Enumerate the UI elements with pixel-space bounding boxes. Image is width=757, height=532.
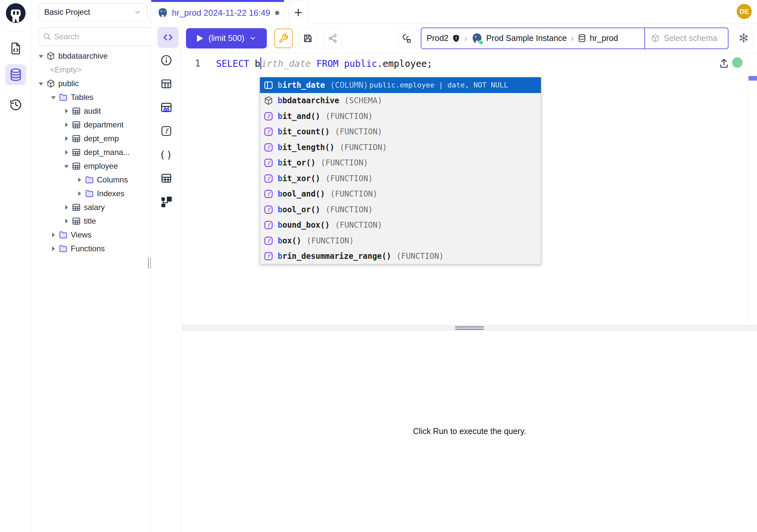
tree-item-audit[interactable]: audit [31,104,150,118]
database-nav-button[interactable] [5,64,26,85]
caret-down-icon[interactable] [39,54,43,58]
autocomplete-item-bit-or[interactable]: f bit_or() (FUNCTION) [260,155,541,171]
function-icon: f [161,125,172,137]
function-icon: f [263,220,274,230]
autocomplete-item-bit-xor[interactable]: f bit_xor() (FUNCTION) [260,171,541,186]
function-icon: f [263,251,274,262]
schema-select[interactable]: Select schema [644,28,728,48]
function-icon: f [263,158,274,168]
autocomplete-item-bit-length[interactable]: f bit_length() (FUNCTION) [260,140,541,155]
tree-item-dept-emp[interactable]: dept_emp [31,132,150,145]
share-button[interactable] [323,28,342,48]
tree-item-public[interactable]: public [31,77,150,90]
function-icon: f [263,126,274,137]
autocomplete-item-birth-date[interactable]: birth_date (COLUMN) public.employee | da… [260,77,541,93]
autocomplete-item-bit-and[interactable]: f bit_and() (FUNCTION) [260,109,541,124]
svg-text:f: f [267,253,271,260]
caret-right-icon[interactable] [64,109,69,113]
caret-right-icon[interactable] [51,233,56,237]
new-tab-button[interactable]: + [288,1,308,24]
panel-splitter[interactable] [182,325,757,330]
tree-item-title[interactable]: title [31,214,150,228]
parentheses-icon: () [160,149,173,161]
batch-mode-button[interactable] [398,28,414,48]
caret-right-icon[interactable] [77,177,82,182]
project-select[interactable]: Basic Project [39,3,147,21]
autocomplete-item-bound-box[interactable]: f bound_box() (FUNCTION) [260,218,541,233]
autocomplete-item-bool-or[interactable]: f bool_or() (FUNCTION) [260,202,541,218]
tree-item-department[interactable]: department [31,118,150,132]
openai-icon: ✻ [739,31,748,45]
tree-item-dept-manager[interactable]: dept_mana... [31,145,150,159]
bytebase-logo[interactable] [5,3,26,24]
caret-right-icon[interactable] [64,150,69,155]
tree-item-indexes[interactable]: Indexes [31,187,150,201]
table-panel-button[interactable] [159,77,173,91]
upload-icon[interactable] [718,58,730,69]
instance-name: Prod Sample Instance [486,33,567,43]
save-button[interactable] [299,28,317,48]
caret-right-icon[interactable] [64,205,69,210]
autocomplete-item-box[interactable]: f box() (FUNCTION) [260,233,541,249]
caret-down-icon[interactable] [64,164,69,169]
column-icon [263,80,274,90]
tree-item-views[interactable]: Views [31,228,150,242]
ai-assistant-button[interactable]: ✻ [734,28,753,48]
history-nav-button[interactable] [5,94,26,115]
tree-item-tables[interactable]: Tables [31,90,150,104]
breadcrumb-main[interactable]: Prod2 › Prod Sample Instance › hr_prod [421,28,644,48]
functions-panel-button[interactable]: f [159,124,173,138]
tab-worksheet[interactable]: hr_prod 2024-11-22 16:49 [151,0,284,24]
app-rail [0,0,31,532]
tree-item-columns[interactable]: Columns [31,173,150,187]
tree-item-employee[interactable]: employee [31,159,150,173]
postgres-icon [471,32,483,44]
connection-breadcrumb[interactable]: Prod2 › Prod Sample Instance › hr_prod [421,27,729,49]
tree-item-functions[interactable]: Functions [31,242,150,256]
table-icon [72,217,81,226]
schema-diagram-button[interactable] [159,195,173,209]
search-input[interactable] [39,27,160,46]
overview-ruler-mark [748,76,757,80]
masked-data-button[interactable] [159,100,173,115]
breadcrumb-separator: › [571,33,574,44]
sql-keyword: FROM [311,58,344,69]
caret-right-icon[interactable] [64,122,69,127]
avatar[interactable]: DE [737,4,752,19]
caret-right-icon[interactable] [51,246,56,251]
table-icon [72,134,81,143]
autocomplete-item-bbdataarchive[interactable]: bbdataarchive (SCHEMA) [260,93,541,109]
procedures-panel-button[interactable]: () [159,147,173,162]
wrench-icon [279,33,288,43]
sql-line[interactable]: 1 SELECT birth_date FROM public.employee… [182,56,432,71]
autocomplete-item-brin-desummarize-range[interactable]: f brin_desummarize_range() (FUNCTION) [260,249,541,265]
caret-down-icon[interactable] [39,81,43,86]
run-button[interactable]: (limit 500) [186,28,267,48]
autocomplete-item-bool-and[interactable]: f bool_and() (FUNCTION) [260,186,541,202]
caret-right-icon[interactable] [77,191,82,196]
caret-right-icon[interactable] [64,219,69,223]
code-panel-toggle[interactable] [158,27,178,48]
svg-text:f: f [267,237,271,244]
sql-editor[interactable]: 1 SELECT birth_date FROM public.employee… [182,53,757,325]
tab-bar: hr_prod 2024-11-22 16:49 + DE [151,0,757,24]
code-icon [162,31,174,43]
tree-item-bbdataarchive[interactable]: bbdataarchive [31,49,150,63]
format-button[interactable] [274,28,293,48]
tree-item-salary[interactable]: salary [31,201,150,214]
caret-down-icon[interactable] [51,95,56,100]
external-tables-button[interactable] [159,171,173,185]
chevron-down-icon [133,8,142,16]
worksheet-nav-button[interactable] [5,38,26,59]
info-button[interactable] [159,53,173,68]
autocomplete-item-bit-count[interactable]: f bit_count() (FUNCTION) [260,124,541,140]
database-icon [9,68,23,81]
svg-text:f: f [165,127,169,135]
caret-right-icon[interactable] [64,136,69,141]
table-icon [161,78,172,90]
svg-text:f: f [267,191,271,197]
folder-icon [59,230,68,239]
scrollbar-track [747,53,747,325]
project-select-value: Basic Project [44,8,90,17]
tab-title: hr_prod 2024-11-22 16:49 [172,8,270,18]
